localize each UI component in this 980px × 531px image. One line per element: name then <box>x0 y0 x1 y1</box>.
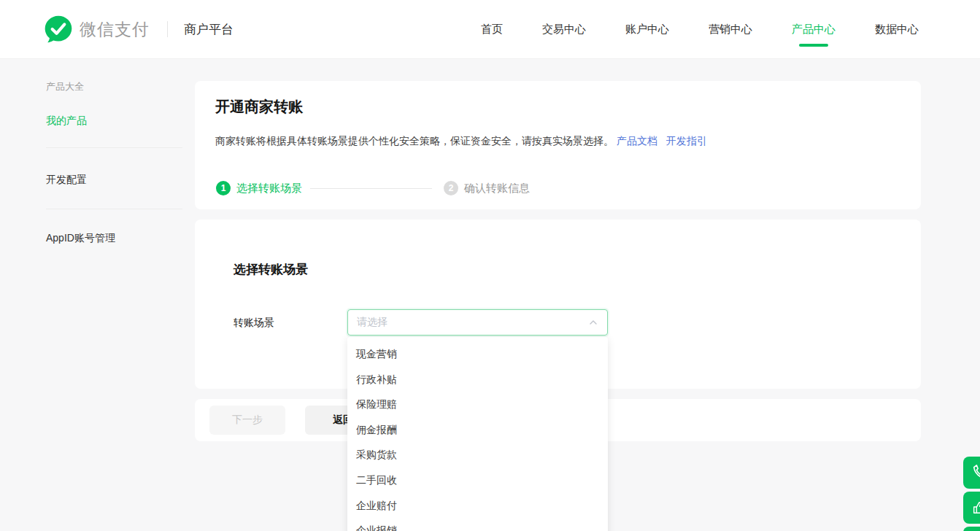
dropdown-option-insurance-claim[interactable]: 保险理赔 <box>347 392 608 417</box>
intro-description-text: 商家转账将根据具体转账场景提供个性化安全策略，保证资金安全，请按真实场景选择。 <box>215 135 614 147</box>
active-nav-underline <box>799 44 828 47</box>
nav-item-label: 交易中心 <box>542 23 586 36</box>
nav-item-label: 营销中心 <box>709 23 752 36</box>
customer-service-icon <box>971 465 980 481</box>
survey-float-button[interactable] <box>963 527 980 531</box>
feedback-icon <box>971 500 980 516</box>
sidebar-divider <box>46 209 182 209</box>
transfer-scene-dropdown: 现金营销 行政补贴 保险理赔 佣金报酬 采购货款 二手回收 企业赔付 企业报销 <box>347 337 608 531</box>
step-1-circle: 1 <box>216 181 231 195</box>
nav-item-data[interactable]: 数据中心 <box>875 0 919 59</box>
select-placeholder: 请选择 <box>357 316 588 329</box>
transfer-scene-label: 转账场景 <box>234 317 274 330</box>
nav-item-label: 数据中心 <box>875 23 919 36</box>
brand-divider <box>167 21 168 37</box>
nav-item-label: 首页 <box>481 23 503 36</box>
sidebar-group-products: 产品大全 <box>46 80 84 93</box>
nav-item-home[interactable]: 首页 <box>481 0 503 59</box>
step-connector-line <box>310 188 432 189</box>
sidebar-item-my-products[interactable]: 我的产品 <box>46 115 87 128</box>
step-1-label: 选择转账场景 <box>236 182 302 195</box>
transfer-scene-select[interactable]: 请选择 <box>347 309 608 336</box>
customer-service-float-button[interactable] <box>963 457 980 489</box>
dropdown-option-cash-marketing[interactable]: 现金营销 <box>347 341 608 367</box>
dropdown-option-commission[interactable]: 佣金报酬 <box>347 417 608 443</box>
step-indicator: 1 选择转账场景 2 确认转账信息 <box>216 181 530 195</box>
dropdown-option-procurement[interactable]: 采购货款 <box>347 442 608 468</box>
step-2-circle: 2 <box>444 181 458 195</box>
page-title: 开通商家转账 <box>215 97 303 117</box>
dropdown-option-reimbursement[interactable]: 企业报销 <box>347 518 608 531</box>
intro-card: 开通商家转账 商家转账将根据具体转账场景提供个性化安全策略，保证资金安全，请按真… <box>195 81 921 209</box>
nav-item-transactions[interactable]: 交易中心 <box>542 0 586 59</box>
brand[interactable]: 微信支付 商户平台 <box>44 15 234 44</box>
nav-item-marketing[interactable]: 营销中心 <box>709 0 752 59</box>
dev-guide-link[interactable]: 开发指引 <box>666 135 707 147</box>
sidebar-item-dev-config[interactable]: 开发配置 <box>46 174 87 187</box>
form-heading: 选择转账场景 <box>234 261 308 278</box>
nav-item-products[interactable]: 产品中心 <box>792 0 836 59</box>
intro-description: 商家转账将根据具体转账场景提供个性化安全策略，保证资金安全，请按真实场景选择。 … <box>215 135 707 148</box>
sidebar-item-appid-management[interactable]: AppID账号管理 <box>46 232 115 245</box>
next-step-button[interactable]: 下一步 <box>209 406 285 435</box>
dropdown-option-admin-subsidy[interactable]: 行政补贴 <box>347 367 608 392</box>
header: 微信支付 商户平台 首页 交易中心 账户中心 营销中心 产品中心 数据中心 <box>0 0 980 59</box>
nav-item-account[interactable]: 账户中心 <box>625 0 669 59</box>
step-2-label: 确认转账信息 <box>464 182 530 195</box>
product-doc-link[interactable]: 产品文档 <box>617 135 657 147</box>
chevron-up-icon <box>588 317 598 327</box>
wechat-pay-logo-icon <box>44 15 73 44</box>
feedback-float-button[interactable] <box>963 492 980 524</box>
dropdown-option-secondhand[interactable]: 二手回收 <box>347 468 608 493</box>
sidebar-divider <box>46 147 182 148</box>
nav-item-label: 账户中心 <box>625 23 669 36</box>
portal-name: 商户平台 <box>184 21 234 38</box>
dropdown-option-compensation[interactable]: 企业赔付 <box>347 493 608 519</box>
nav-item-label: 产品中心 <box>792 23 836 36</box>
brand-name: 微信支付 <box>80 18 150 41</box>
top-nav: 首页 交易中心 账户中心 营销中心 产品中心 数据中心 <box>481 0 980 59</box>
